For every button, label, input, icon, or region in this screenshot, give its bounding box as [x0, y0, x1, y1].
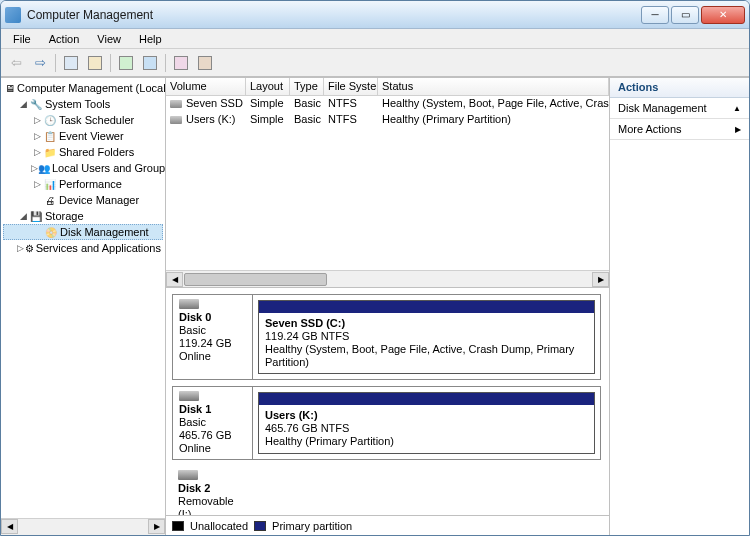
- toolbar: ⇦ ⇨: [1, 49, 749, 77]
- volume-rows: Seven SSD (C:) Simple Basic NTFS Healthy…: [166, 96, 609, 270]
- expand-icon[interactable]: ▷: [31, 163, 38, 173]
- titlebar: Computer Management ─ ▭ ✕: [1, 1, 749, 29]
- refresh-button[interactable]: [115, 52, 137, 74]
- storage-icon: 💾: [29, 209, 43, 223]
- wrench-icon: 🔧: [29, 97, 43, 111]
- folder-icon: 📁: [43, 145, 57, 159]
- tree-scrollbar[interactable]: ◀ ▶: [1, 518, 165, 535]
- menu-file[interactable]: File: [5, 31, 39, 47]
- actions-more[interactable]: More Actions ▶: [610, 119, 749, 140]
- col-status[interactable]: Status: [378, 78, 609, 95]
- tree-root[interactable]: 🖥Computer Management (Local: [3, 80, 163, 96]
- tree-services[interactable]: ▷⚙Services and Applications: [3, 240, 163, 256]
- scroll-left-button[interactable]: ◀: [166, 272, 183, 287]
- partition-area: Users (K:) 465.76 GB NTFS Healthy (Prima…: [253, 387, 600, 459]
- content-area: 🖥Computer Management (Local ◢🔧System Too…: [1, 77, 749, 535]
- toolbar-button-4[interactable]: [194, 52, 216, 74]
- legend: Unallocated Primary partition: [166, 515, 609, 535]
- disk-info: Disk 2 Removable (I:) No Media: [172, 466, 252, 515]
- volume-row[interactable]: Users (K:) Simple Basic NTFS Healthy (Pr…: [166, 112, 609, 128]
- partition-header: [259, 301, 594, 313]
- help-button[interactable]: [139, 52, 161, 74]
- window: Computer Management ─ ▭ ✕ File Action Vi…: [0, 0, 750, 536]
- menu-help[interactable]: Help: [131, 31, 170, 47]
- tree-device-manager[interactable]: 🖨Device Manager: [3, 192, 163, 208]
- column-headers: Volume Layout Type File System Status: [166, 78, 609, 96]
- toolbar-button-2[interactable]: [84, 52, 106, 74]
- expand-icon[interactable]: ▷: [17, 243, 25, 253]
- window-title: Computer Management: [27, 8, 641, 22]
- collapse-icon: ▲: [733, 104, 741, 113]
- toolbar-separator: [55, 54, 56, 72]
- minimize-button[interactable]: ─: [641, 6, 669, 24]
- forward-button[interactable]: ⇨: [29, 52, 51, 74]
- perf-icon: 📊: [43, 177, 57, 191]
- close-button[interactable]: ✕: [701, 6, 745, 24]
- col-filesystem[interactable]: File System: [324, 78, 378, 95]
- toolbar-button-3[interactable]: [170, 52, 192, 74]
- app-icon: [5, 7, 21, 23]
- disk-row[interactable]: Disk 2 Removable (I:) No Media: [172, 466, 601, 515]
- disk-map: Disk 0 Basic 119.24 GB Online Seven SSD …: [166, 288, 609, 515]
- disk-row[interactable]: Disk 0 Basic 119.24 GB Online Seven SSD …: [172, 294, 601, 380]
- legend-swatch-unallocated: [172, 521, 184, 531]
- volume-icon: [170, 100, 182, 108]
- tree-system-tools[interactable]: ◢🔧System Tools: [3, 96, 163, 112]
- computer-icon: 🖥: [5, 81, 15, 95]
- device-icon: 🖨: [43, 193, 57, 207]
- disk-icon: [179, 391, 199, 401]
- legend-label-unallocated: Unallocated: [190, 520, 248, 532]
- disk-row[interactable]: Disk 1 Basic 465.76 GB Online Users (K:)…: [172, 386, 601, 460]
- legend-swatch-primary: [254, 521, 266, 531]
- partition-header: [259, 393, 594, 405]
- scroll-right-button[interactable]: ▶: [592, 272, 609, 287]
- toolbar-separator: [165, 54, 166, 72]
- toolbar-separator: [110, 54, 111, 72]
- col-layout[interactable]: Layout: [246, 78, 290, 95]
- back-button[interactable]: ⇦: [5, 52, 27, 74]
- tree-shared-folders[interactable]: ▷📁Shared Folders: [3, 144, 163, 160]
- partition[interactable]: Users (K:) 465.76 GB NTFS Healthy (Prima…: [258, 392, 595, 454]
- disk-icon: [179, 299, 199, 309]
- nav-tree: 🖥Computer Management (Local ◢🔧System Too…: [1, 78, 166, 535]
- menubar: File Action View Help: [1, 29, 749, 49]
- col-volume[interactable]: Volume: [166, 78, 246, 95]
- volume-scrollbar[interactable]: ◀ ▶: [166, 270, 609, 287]
- maximize-button[interactable]: ▭: [671, 6, 699, 24]
- tree-local-users[interactable]: ▷👥Local Users and Groups: [3, 160, 163, 176]
- event-icon: 📋: [43, 129, 57, 143]
- expand-icon[interactable]: ▷: [31, 147, 43, 157]
- volume-icon: [170, 116, 182, 124]
- expand-icon[interactable]: ▷: [31, 131, 43, 141]
- disk-icon: 📀: [44, 225, 58, 239]
- tree-storage[interactable]: ◢💾Storage: [3, 208, 163, 224]
- disk-info: Disk 1 Basic 465.76 GB Online: [173, 387, 253, 459]
- disk-info: Disk 0 Basic 119.24 GB Online: [173, 295, 253, 379]
- expand-icon[interactable]: ▷: [31, 115, 43, 125]
- partition-area: Seven SSD (C:) 119.24 GB NTFS Healthy (S…: [253, 295, 600, 379]
- users-icon: 👥: [38, 161, 50, 175]
- menu-view[interactable]: View: [89, 31, 129, 47]
- toolbar-button-1[interactable]: [60, 52, 82, 74]
- tree-task-scheduler[interactable]: ▷🕒Task Scheduler: [3, 112, 163, 128]
- tree-performance[interactable]: ▷📊Performance: [3, 176, 163, 192]
- actions-panel: Actions Disk Management ▲ More Actions ▶: [609, 78, 749, 535]
- collapse-icon[interactable]: ◢: [17, 211, 29, 221]
- collapse-icon[interactable]: ◢: [17, 99, 29, 109]
- main-panel: Volume Layout Type File System Status Se…: [166, 78, 609, 535]
- services-icon: ⚙: [25, 241, 34, 255]
- legend-label-primary: Primary partition: [272, 520, 352, 532]
- volume-row[interactable]: Seven SSD (C:) Simple Basic NTFS Healthy…: [166, 96, 609, 112]
- actions-title: Actions: [610, 78, 749, 98]
- partition[interactable]: Seven SSD (C:) 119.24 GB NTFS Healthy (S…: [258, 300, 595, 374]
- actions-section-header[interactable]: Disk Management ▲: [610, 98, 749, 119]
- menu-action[interactable]: Action: [41, 31, 88, 47]
- tree-disk-management[interactable]: 📀Disk Management: [3, 224, 163, 240]
- clock-icon: 🕒: [43, 113, 57, 127]
- tree-event-viewer[interactable]: ▷📋Event Viewer: [3, 128, 163, 144]
- volume-list: Volume Layout Type File System Status Se…: [166, 78, 609, 288]
- expand-icon[interactable]: ▷: [31, 179, 43, 189]
- submenu-icon: ▶: [735, 125, 741, 134]
- disk-icon: [178, 470, 198, 480]
- col-type[interactable]: Type: [290, 78, 324, 95]
